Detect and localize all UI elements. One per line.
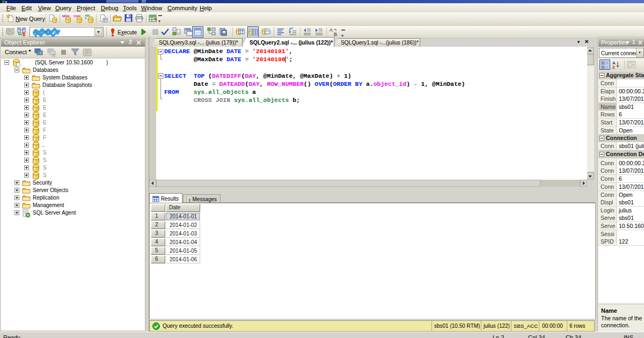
svg-text:A: A [330,27,333,33]
svg-text:A: A [85,17,87,20]
svg-text:Z: Z [612,65,615,70]
svg-text:B: B [334,32,337,37]
